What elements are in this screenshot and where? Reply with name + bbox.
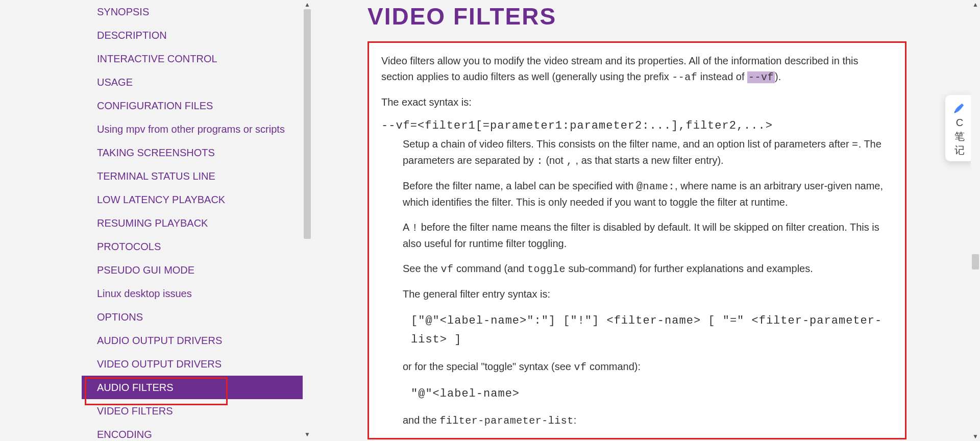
code-equals: =	[852, 139, 859, 151]
page-scroll-up-arrow-icon[interactable]: ▲	[971, 0, 980, 9]
desc-paragraph-7: and the filter-parameter-list:	[381, 412, 893, 429]
widget-line2: 笔	[954, 131, 965, 142]
scroll-down-arrow-icon[interactable]: ▼	[303, 430, 312, 439]
desc-paragraph-2: Before the filter name, a label can be s…	[381, 178, 893, 210]
desc-paragraph-1: Setup a chain of video filters. This con…	[381, 136, 893, 169]
page-scroll-down-arrow-icon[interactable]: ▼	[971, 432, 980, 441]
section-heading: VIDEO FILTERS	[368, 3, 909, 30]
toc-item-audio-filters[interactable]: AUDIO FILTERS	[82, 376, 306, 399]
desc7-b: :	[574, 414, 577, 426]
code-vf-cmd-2: vf	[574, 361, 586, 373]
table-of-contents: SYNOPSIS DESCRIPTION INTERACTIVE CONTROL…	[82, 0, 306, 439]
desc6-b: command):	[587, 361, 641, 372]
main-content: VIDEO FILTERS Video filters allow you to…	[368, 0, 909, 439]
syntax-block-2: "@"<label-name>	[411, 384, 893, 403]
page-scroll-thumb[interactable]	[972, 254, 979, 270]
feather-pen-icon	[952, 101, 967, 115]
desc-paragraph-6: or for the special "toggle" syntax (see …	[381, 359, 893, 375]
toc-item-synopsis[interactable]: SYNOPSIS	[82, 0, 306, 23]
syntax-block-1: ["@"<label-name>":"] ["!"] <filter-name>…	[411, 311, 893, 350]
sidebar-scroll-thumb[interactable]	[304, 9, 311, 239]
toc-item-options[interactable]: OPTIONS	[82, 305, 306, 329]
desc2-a: Before the filter name, a label can be s…	[403, 180, 636, 191]
toc-item-video-filters[interactable]: VIDEO FILTERS	[82, 399, 306, 423]
syntax-block-3: <filter-parameter> | <filter-parameter> …	[411, 438, 893, 439]
desc4-b: command (and	[454, 263, 528, 274]
desc-paragraph-3: A ! before the filter name means the fil…	[381, 219, 893, 252]
intro-text-b: instead of	[697, 71, 747, 82]
code-colon: :	[536, 155, 543, 167]
toc-item-video-output-drivers[interactable]: VIDEO OUTPUT DRIVERS	[82, 352, 306, 376]
toc-item-audio-output-drivers[interactable]: AUDIO OUTPUT DRIVERS	[82, 329, 306, 352]
code-toggle: toggle	[527, 263, 566, 275]
code-bang: !	[412, 222, 419, 234]
code-vf-cmd: vf	[441, 263, 454, 275]
desc4-c: sub-command) for further explanations an…	[566, 263, 813, 274]
desc1-a: Setup a chain of video filters. This con…	[403, 138, 852, 150]
code-af: --af	[672, 71, 697, 83]
desc3-a: A	[403, 222, 412, 233]
toc-item-using-mpv-other[interactable]: Using mpv from other programs or scripts	[82, 117, 306, 141]
toc-item-description[interactable]: DESCRIPTION	[82, 23, 306, 47]
toc-item-resuming-playback[interactable]: RESUMING PLAYBACK	[82, 211, 306, 235]
page-scrollbar[interactable]: ▲ ▼	[971, 0, 980, 441]
code-at-name: @name:	[636, 181, 675, 192]
desc4-a: See the	[403, 263, 441, 274]
intro-text-a: Video filters allow you to modify the vi…	[381, 55, 859, 82]
toc-item-usage[interactable]: USAGE	[82, 70, 306, 94]
code-filter-param-list: filter-parameter-list	[439, 415, 574, 427]
toc-item-terminal-status-line[interactable]: TERMINAL STATUS LINE	[82, 164, 306, 188]
widget-line3: 记	[954, 144, 965, 156]
toc-item-low-latency-playback[interactable]: LOW LATENCY PLAYBACK	[82, 188, 306, 211]
desc7-a: and the	[403, 414, 439, 426]
syntax-lead: The exact syntax is:	[381, 94, 893, 110]
toc-item-configuration-files[interactable]: CONFIGURATION FILES	[82, 94, 306, 117]
code-vf-highlighted: --vf	[747, 71, 775, 83]
option-term: --vf=<filter1[=parameter1:parameter2:...…	[381, 119, 893, 132]
desc1-c: (not	[543, 155, 567, 166]
content-highlight-box: Video filters allow you to modify the vi…	[368, 41, 906, 439]
intro-text-c: ).	[775, 71, 781, 82]
scroll-up-arrow-icon[interactable]: ▲	[303, 0, 312, 9]
toc-item-linux-desktop-issues[interactable]: Linux desktop issues	[82, 282, 306, 305]
sidebar-scrollbar[interactable]: ▲ ▼	[303, 0, 312, 439]
toc-item-interactive-control[interactable]: INTERACTIVE CONTROL	[82, 47, 306, 70]
desc3-b: before the filter name means the filter …	[403, 222, 879, 249]
toc-item-encoding[interactable]: ENCODING	[82, 423, 306, 439]
code-comma: ,	[566, 155, 573, 167]
notes-widget-button[interactable]: C 笔 记	[945, 95, 974, 161]
intro-paragraph: Video filters allow you to modify the vi…	[381, 53, 893, 85]
desc-paragraph-5: The general filter entry syntax is:	[381, 286, 893, 302]
desc6-a: or for the special "toggle" syntax (see	[403, 361, 574, 372]
desc1-d: , as that starts a new filter entry).	[573, 155, 724, 166]
toc-item-taking-screenshots[interactable]: TAKING SCREENSHOTS	[82, 141, 306, 164]
toc-item-protocols[interactable]: PROTOCOLS	[82, 235, 306, 258]
widget-line1: C	[956, 117, 963, 129]
toc-item-pseudo-gui-mode[interactable]: PSEUDO GUI MODE	[82, 258, 306, 282]
desc-paragraph-4: See the vf command (and toggle sub-comma…	[381, 261, 893, 277]
